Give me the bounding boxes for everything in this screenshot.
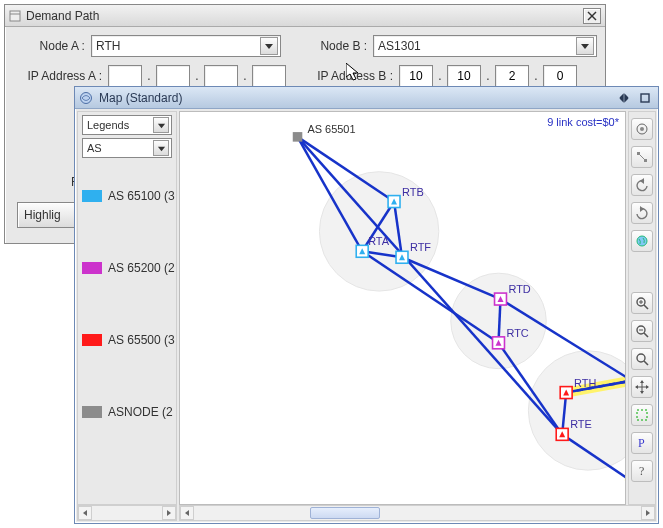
ip-b-label: IP Address B : xyxy=(304,69,399,83)
ip-a-label: IP Address A : xyxy=(13,69,108,83)
nav-globe-icon[interactable] xyxy=(631,118,653,140)
svg-line-64 xyxy=(639,154,646,161)
svg-line-73 xyxy=(644,333,648,337)
legend-list: AS 65100 (3 nod AS 65200 (2 nod AS 65500… xyxy=(78,160,176,502)
node-a-label: Node A : xyxy=(13,39,91,53)
map-window-icon xyxy=(79,91,93,105)
dot: . xyxy=(144,69,154,83)
scroll-thumb[interactable] xyxy=(310,507,380,519)
window-icon xyxy=(9,10,21,22)
svg-marker-80 xyxy=(640,391,644,394)
ip-a-group: . . . xyxy=(108,65,286,87)
scroll-right-icon[interactable] xyxy=(162,506,176,520)
map-toolbar: P ? xyxy=(628,111,656,505)
svg-marker-65 xyxy=(640,178,644,184)
ip-a-oct1[interactable] xyxy=(108,65,142,87)
bottom-scrollbars xyxy=(77,505,656,521)
scroll-left-icon[interactable] xyxy=(180,506,194,520)
legend-swatch xyxy=(82,262,102,274)
ip-b-oct1[interactable] xyxy=(399,65,433,87)
maximize-icon[interactable] xyxy=(636,90,654,106)
ip-b-oct4[interactable] xyxy=(543,65,577,87)
map-title: Map (Standard) xyxy=(99,91,615,105)
scroll-left-icon[interactable] xyxy=(78,506,92,520)
map-titlebar[interactable]: Map (Standard) xyxy=(75,87,658,109)
svg-marker-86 xyxy=(83,510,87,516)
node-a-combo[interactable]: RTH xyxy=(91,35,281,57)
zoom-out-icon[interactable] xyxy=(631,320,653,342)
node-b-value: AS1301 xyxy=(378,39,576,53)
legend-horizontal-scrollbar[interactable] xyxy=(77,505,177,521)
legend-label: ASNODE (2 nod xyxy=(108,405,176,419)
node-a-value: RTH xyxy=(96,39,260,53)
legend-item[interactable]: AS 65500 (3 nod xyxy=(78,304,176,376)
svg-rect-0 xyxy=(10,11,20,21)
dot: . xyxy=(240,69,250,83)
svg-marker-5 xyxy=(581,44,589,49)
p-tool-icon[interactable]: P xyxy=(631,432,653,454)
select-area-icon[interactable] xyxy=(631,404,653,426)
vector-icon[interactable] xyxy=(631,146,653,168)
legend-title-value: Legends xyxy=(87,119,153,131)
close-icon[interactable] xyxy=(583,8,601,24)
dot: . xyxy=(192,69,202,83)
svg-marker-87 xyxy=(167,510,171,516)
pan-icon[interactable] xyxy=(631,376,653,398)
map-canvas[interactable]: 9 link cost=$0* AS 65501RTBRTARTFRTDRTCR… xyxy=(179,111,626,505)
legend-scope-combo[interactable]: AS xyxy=(82,138,172,158)
restore-icon[interactable] xyxy=(615,90,633,106)
legend-title-combo[interactable]: Legends xyxy=(82,115,172,135)
chevron-down-icon[interactable] xyxy=(576,37,594,55)
ip-a-oct2[interactable] xyxy=(156,65,190,87)
svg-text:RTA: RTA xyxy=(368,235,390,247)
legend-item[interactable]: AS 65200 (2 nod xyxy=(78,232,176,304)
svg-line-76 xyxy=(644,361,648,365)
world-icon[interactable] xyxy=(631,230,653,252)
svg-text:RTE: RTE xyxy=(570,418,592,430)
dot: . xyxy=(531,69,541,83)
legend-panel: Legends AS AS 65100 (3 nod AS 65200 (2 n… xyxy=(77,111,177,505)
chevron-down-icon[interactable] xyxy=(153,140,169,156)
svg-point-61 xyxy=(640,127,644,131)
ip-a-oct3[interactable] xyxy=(204,65,238,87)
demand-path-titlebar[interactable]: Demand Path xyxy=(5,5,605,27)
svg-text:?: ? xyxy=(639,464,644,478)
scroll-right-icon[interactable] xyxy=(641,506,655,520)
svg-marker-82 xyxy=(646,385,649,389)
svg-marker-4 xyxy=(265,44,273,49)
svg-text:RTH: RTH xyxy=(574,377,596,389)
ip-b-oct2[interactable] xyxy=(447,65,481,87)
topology-svg: AS 65501RTBRTARTFRTDRTCRTHRTGRTEAS1301 xyxy=(180,112,625,504)
svg-point-75 xyxy=(637,354,645,362)
svg-text:RTC: RTC xyxy=(506,327,528,339)
svg-text:RTD: RTD xyxy=(508,283,530,295)
svg-marker-88 xyxy=(185,510,189,516)
node-b-combo[interactable]: AS1301 xyxy=(373,35,597,57)
svg-text:RTB: RTB xyxy=(402,186,424,198)
magnify-icon[interactable] xyxy=(631,348,653,370)
chevron-down-icon[interactable] xyxy=(153,117,169,133)
ip-b-group: . . . xyxy=(399,65,577,87)
highlight-button-label: Highlig xyxy=(24,208,61,222)
legend-swatch xyxy=(82,334,102,346)
legend-swatch xyxy=(82,190,102,202)
svg-rect-83 xyxy=(637,410,647,420)
zoom-in-icon[interactable] xyxy=(631,292,653,314)
undo-icon[interactable] xyxy=(631,174,653,196)
ip-a-oct4[interactable] xyxy=(252,65,286,87)
legend-item[interactable]: AS 65100 (3 nod xyxy=(78,160,176,232)
ip-b-oct3[interactable] xyxy=(495,65,529,87)
svg-marker-89 xyxy=(646,510,650,516)
svg-rect-32 xyxy=(294,133,302,141)
help-icon[interactable]: ? xyxy=(631,460,653,482)
legend-label: AS 65100 (3 nod xyxy=(108,189,176,203)
legend-item[interactable]: ASNODE (2 nod xyxy=(78,376,176,448)
redo-icon[interactable] xyxy=(631,202,653,224)
topology-node-as65501[interactable]: AS 65501 xyxy=(294,123,356,141)
legend-label: AS 65200 (2 nod xyxy=(108,261,176,275)
legend-label: AS 65500 (3 nod xyxy=(108,333,176,347)
map-horizontal-scrollbar[interactable] xyxy=(179,505,656,521)
highlight-button[interactable]: Highlig xyxy=(17,202,77,228)
chevron-down-icon[interactable] xyxy=(260,37,278,55)
svg-text:P: P xyxy=(638,436,645,450)
